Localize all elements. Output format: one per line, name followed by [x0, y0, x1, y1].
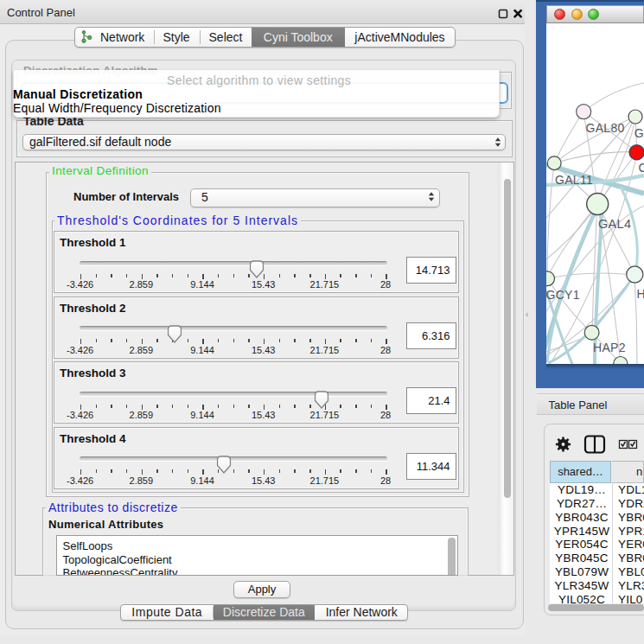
- svg-text:GCY1: GCY1: [546, 288, 580, 302]
- svg-text:GAL4: GAL4: [598, 217, 631, 231]
- svg-text:GA: GA: [634, 126, 644, 140]
- svg-text:HAP2: HAP2: [593, 341, 626, 354]
- svg-text:GAL11: GAL11: [555, 173, 593, 187]
- svg-text:GAL80: GAL80: [586, 121, 625, 135]
- svg-text:HA: HA: [637, 287, 644, 301]
- svg-text:C: C: [639, 161, 644, 175]
